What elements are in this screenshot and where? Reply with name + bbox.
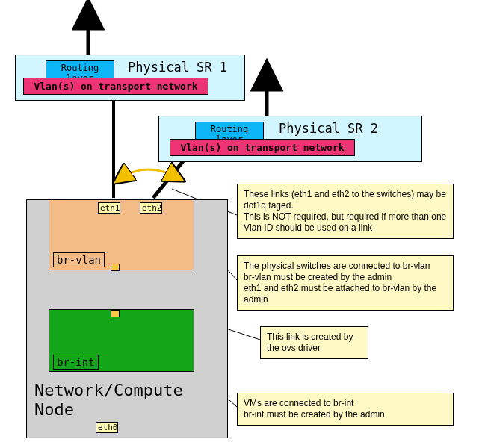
br-vlan-port-bottom bbox=[111, 264, 120, 271]
sr1-vlan-bar: Vlan(s) on transport network bbox=[23, 78, 208, 95]
br-int-label: br-int bbox=[53, 355, 99, 370]
sr1-label: Physical SR 1 bbox=[128, 60, 227, 75]
note-vms-brint: VMs are connected to br-int br-int must … bbox=[237, 393, 454, 426]
br-int-port-top bbox=[111, 310, 120, 317]
note-links-tagged: These links (eth1 and eth2 to the switch… bbox=[237, 184, 454, 239]
physical-sr-2: Routing layer Physical SR 2 Vlan(s) on t… bbox=[158, 116, 422, 162]
sr2-vlan-bar: Vlan(s) on transport network bbox=[170, 139, 355, 156]
note-ovs-link: This link is created by the ovs driver bbox=[260, 326, 368, 359]
eth1-label: eth1 bbox=[98, 202, 120, 214]
eth2-label: eth2 bbox=[140, 202, 162, 214]
node-label: Network/Compute Node bbox=[34, 381, 183, 420]
svg-line-3 bbox=[153, 161, 183, 198]
br-vlan-label: br-vlan bbox=[53, 252, 105, 267]
note-switches-brvlan: The physical switches are connected to b… bbox=[237, 255, 454, 311]
br-vlan: eth1 eth2 br-vlan bbox=[49, 199, 194, 270]
eth0-label: eth0 bbox=[96, 422, 118, 433]
sr2-label: Physical SR 2 bbox=[279, 121, 378, 136]
br-int: br-int bbox=[49, 309, 194, 372]
physical-sr-1: Routing layer Physical SR 1 Vlan(s) on t… bbox=[15, 55, 245, 101]
